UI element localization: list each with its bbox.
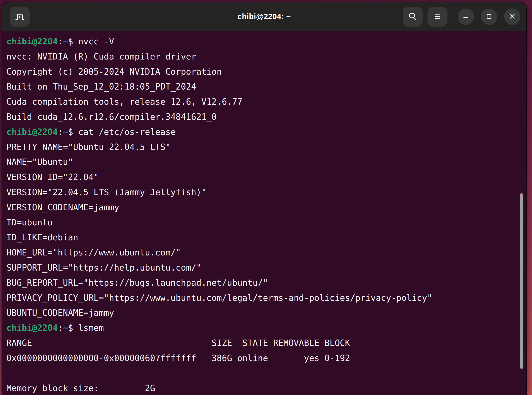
terminal-text: SUPPORT_URL="https://help.ubuntu.com/" (6, 263, 201, 273)
terminal-text: $ nvcc -V (68, 36, 114, 46)
terminal-text: HOME_URL="https://www.ubuntu.com/" (6, 247, 181, 257)
terminal-text: : (58, 323, 63, 333)
terminal-text: Memory block size: 2G (6, 383, 155, 393)
terminal-line: ID=ubuntu (6, 215, 526, 230)
terminal-text: Copyright (c) 2005-2024 NVIDIA Corporati… (6, 67, 222, 77)
terminal-line: chibi@2204:~$ nvcc -V (6, 34, 526, 49)
terminal-text: BUG_REPORT_URL="https://bugs.launchpad.n… (6, 278, 268, 288)
prompt-user-host: chibi@2204 (6, 36, 58, 46)
terminal-line: chibi@2204:~$ lsmem (6, 320, 526, 335)
terminal-line: SUPPORT_URL="https://help.ubuntu.com/" (6, 260, 526, 275)
terminal-line: PRETTY_NAME="Ubuntu 22.04.5 LTS" (6, 140, 526, 155)
terminal-text: nvcc: NVIDIA (R) Cuda compiler driver (6, 52, 196, 61)
terminal-text: VERSION_CODENAME=jammy (6, 202, 119, 212)
terminal-window: chibi@2204: ~ (1, 2, 527, 395)
terminal-text: ID_LIKE=debian (6, 232, 78, 242)
menu-icon (432, 12, 442, 22)
prompt-user-host: chibi@2204 (6, 127, 58, 137)
terminal-line: nvcc: NVIDIA (R) Cuda compiler driver (6, 49, 526, 64)
new-tab-button[interactable] (10, 7, 30, 27)
terminal-text: Built on Thu_Sep_12_02:18:05_PDT_2024 (6, 82, 196, 92)
terminal-text: : (58, 127, 63, 137)
terminal-line: Cuda compilation tools, release 12.6, V1… (6, 94, 526, 109)
terminal-line: Memory block size: 2G (6, 381, 526, 395)
prompt-path: ~ (63, 127, 68, 137)
terminal-line: VERSION="22.04.5 LTS (Jammy Jellyfish)" (6, 185, 526, 200)
terminal-text: $ lsmem (68, 323, 104, 333)
terminal-line: UBUNTU_CODENAME=jammy (6, 305, 526, 320)
minimize-icon (462, 12, 470, 21)
terminal-text: VERSION="22.04.5 LTS (Jammy Jellyfish)" (6, 187, 206, 197)
terminal-line: ID_LIKE=debian (6, 230, 526, 245)
terminal-text: ID=ubuntu (6, 217, 53, 227)
close-button[interactable] (504, 9, 520, 25)
terminal-line: Build cuda_12.6.r12.6/compiler.34841621_… (6, 109, 526, 124)
terminal-text: UBUNTU_CODENAME=jammy (6, 308, 114, 318)
terminal-text: VERSION_ID="22.04" (6, 172, 99, 182)
terminal-output: chibi@2204:~$ nvcc -Vnvcc: NVIDIA (R) Cu… (6, 34, 526, 395)
new-tab-icon (15, 12, 25, 22)
terminal-text: NAME="Ubuntu" (6, 157, 73, 167)
terminal-text: Cuda compilation tools, release 12.6, V1… (6, 97, 242, 107)
terminal-text: PRIVACY_POLICY_URL="https://www.ubuntu.c… (6, 293, 432, 303)
maximize-button[interactable] (481, 9, 497, 25)
terminal-line: BUG_REPORT_URL="https://bugs.launchpad.n… (6, 275, 526, 290)
terminal-line: NAME="Ubuntu" (6, 154, 526, 170)
titlebar-controls (403, 2, 520, 31)
terminal-line: Built on Thu_Sep_12_02:18:05_PDT_2024 (6, 79, 526, 94)
terminal-text: RANGE SIZE STATE REMOVABLE BLOCK (6, 338, 350, 348)
prompt-path: ~ (63, 36, 68, 46)
scrollbar-thumb[interactable] (520, 193, 523, 369)
terminal-text: PRETTY_NAME="Ubuntu 22.04.5 LTS" (6, 142, 171, 152)
search-icon (408, 12, 418, 22)
terminal-line: PRIVACY_POLICY_URL="https://www.ubuntu.c… (6, 290, 526, 306)
terminal-text: : (58, 36, 63, 46)
terminal-text: Build cuda_12.6.r12.6/compiler.34841621_… (6, 112, 217, 122)
terminal-line: VERSION_CODENAME=jammy (6, 200, 526, 215)
terminal-line: chibi@2204:~$ cat /etc/os-release (6, 124, 526, 140)
terminal-line (6, 366, 526, 381)
prompt-path: ~ (63, 323, 68, 333)
prompt-user-host: chibi@2204 (6, 323, 58, 333)
terminal-line: VERSION_ID="22.04" (6, 170, 526, 185)
terminal-text: 0x0000000000000000-0x000000607fffffff 38… (6, 353, 350, 363)
menu-button[interactable] (427, 7, 448, 27)
titlebar[interactable]: chibi@2204: ~ (2, 2, 526, 31)
maximize-icon (485, 12, 493, 21)
terminal-text: $ cat /etc/os-release (68, 127, 176, 137)
terminal-line: 0x0000000000000000-0x000000607fffffff 38… (6, 351, 526, 366)
close-icon (508, 12, 516, 21)
terminal-line: Copyright (c) 2005-2024 NVIDIA Corporati… (6, 64, 526, 79)
terminal-line: HOME_URL="https://www.ubuntu.com/" (6, 245, 526, 260)
terminal-screen[interactable]: chibi@2204:~$ nvcc -Vnvcc: NVIDIA (R) Cu… (2, 31, 526, 395)
terminal-line: RANGE SIZE STATE REMOVABLE BLOCK (6, 335, 526, 351)
minimize-button[interactable] (458, 9, 474, 25)
search-button[interactable] (403, 7, 423, 27)
